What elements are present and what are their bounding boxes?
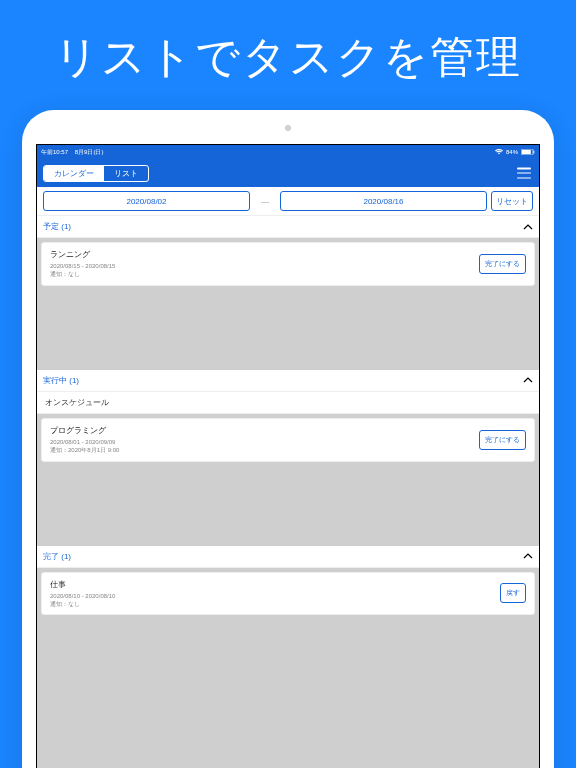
task-card[interactable]: ランニング 2020/08/15 - 2020/08/15 通知：なし 完了にす… bbox=[41, 242, 535, 286]
view-segmented-control[interactable]: カレンダー リスト bbox=[43, 165, 149, 182]
section-label: 予定 (1) bbox=[43, 221, 71, 232]
complete-button[interactable]: 完了にする bbox=[479, 254, 526, 274]
task-dates: 2020/08/10 - 2020/08/10 bbox=[50, 592, 500, 600]
task-dates: 2020/08/01 - 2020/09/09 bbox=[50, 438, 479, 446]
toolbar: カレンダー リスト bbox=[37, 159, 539, 187]
task-notify: 通知：なし bbox=[50, 270, 479, 278]
task-info: プログラミング 2020/08/01 - 2020/09/09 通知：2020年… bbox=[50, 425, 479, 455]
date-range-dash: — bbox=[254, 191, 276, 211]
status-left: 午前10:57 8月9日(日) bbox=[41, 148, 288, 157]
task-title: ランニング bbox=[50, 249, 479, 260]
section-gap bbox=[37, 466, 539, 546]
task-notify: 通知：2020年8月1日 9:00 bbox=[50, 446, 479, 454]
section-label: 実行中 (1) bbox=[43, 375, 79, 386]
task-notify: 通知：なし bbox=[50, 600, 500, 608]
tab-list[interactable]: リスト bbox=[104, 166, 148, 181]
task-title: プログラミング bbox=[50, 425, 479, 436]
svg-rect-2 bbox=[533, 150, 534, 153]
status-time: 午前10:57 bbox=[41, 149, 68, 155]
status-battery: 84% bbox=[506, 149, 518, 155]
task-title: 仕事 bbox=[50, 579, 500, 590]
task-dates: 2020/08/15 - 2020/08/15 bbox=[50, 262, 479, 270]
tablet-camera bbox=[285, 125, 291, 131]
subsection-on-schedule: オンスケジュール bbox=[37, 392, 539, 414]
task-info: ランニング 2020/08/15 - 2020/08/15 通知：なし bbox=[50, 249, 479, 279]
section-header-scheduled[interactable]: 予定 (1) bbox=[37, 216, 539, 238]
complete-button[interactable]: 完了にする bbox=[479, 430, 526, 450]
date-to-button[interactable]: 2020/08/16 bbox=[280, 191, 487, 211]
wifi-icon bbox=[495, 149, 503, 155]
task-card[interactable]: プログラミング 2020/08/01 - 2020/09/09 通知：2020年… bbox=[41, 418, 535, 462]
section-label: 完了 (1) bbox=[43, 551, 71, 562]
section-gap bbox=[37, 290, 539, 370]
task-info: 仕事 2020/08/10 - 2020/08/10 通知：なし bbox=[50, 579, 500, 609]
date-from-button[interactable]: 2020/08/02 bbox=[43, 191, 250, 211]
date-filter-bar: 2020/08/02 — 2020/08/16 リセット bbox=[37, 187, 539, 216]
section-header-in-progress[interactable]: 実行中 (1) bbox=[37, 370, 539, 392]
battery-icon bbox=[521, 149, 535, 156]
chevron-up-icon bbox=[523, 553, 533, 559]
hero-title: リストでタスクを管理 bbox=[0, 0, 576, 107]
status-bar: 午前10:57 8月9日(日) 84% bbox=[37, 145, 539, 159]
reset-button[interactable]: リセット bbox=[491, 191, 533, 211]
chevron-up-icon bbox=[523, 224, 533, 230]
undo-button[interactable]: 戻す bbox=[500, 583, 526, 603]
tab-calendar[interactable]: カレンダー bbox=[44, 166, 104, 181]
menu-icon[interactable] bbox=[517, 168, 531, 179]
tablet-frame: 午前10:57 8月9日(日) 84% カレンダー リスト bbox=[22, 110, 554, 768]
chevron-up-icon bbox=[523, 377, 533, 383]
task-card[interactable]: 仕事 2020/08/10 - 2020/08/10 通知：なし 戻す bbox=[41, 572, 535, 616]
app-screen: 午前10:57 8月9日(日) 84% カレンダー リスト bbox=[36, 144, 540, 768]
section-header-done[interactable]: 完了 (1) bbox=[37, 546, 539, 568]
section-gap bbox=[37, 619, 539, 674]
status-right: 84% bbox=[288, 149, 535, 156]
status-date: 8月9日(日) bbox=[75, 149, 104, 155]
svg-rect-1 bbox=[522, 149, 531, 153]
